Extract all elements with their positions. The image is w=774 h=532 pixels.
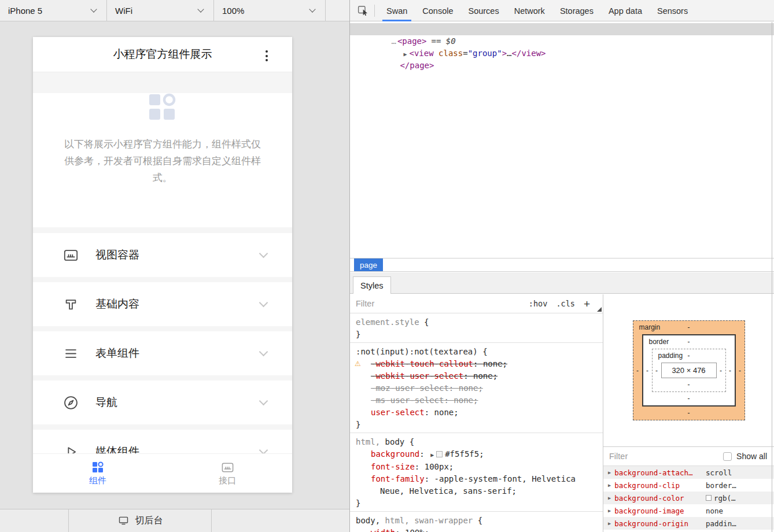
expand-arrow-icon[interactable]: ▶ bbox=[608, 495, 611, 501]
computed-property-name: background-image bbox=[614, 507, 706, 515]
css-declaration[interactable]: -webkit-user-select: none; bbox=[356, 370, 597, 382]
section-label: 基础内容 bbox=[95, 297, 260, 312]
dom-node-page-open[interactable]: …<page>== $0 bbox=[350, 23, 774, 35]
switch-background-button[interactable]: 切后台 bbox=[69, 509, 212, 532]
component-section-list: 视图容器基础内容表单组件导航媒体组件 bbox=[33, 233, 292, 474]
margin-right-value[interactable]: - bbox=[736, 367, 744, 375]
phone-preview: 小程序官方组件展示 以下将展示小程序官方组件能力，组件样式仅供参考，开发者可根据… bbox=[33, 37, 292, 493]
computed-property-row[interactable]: ▶background-attach…scroll bbox=[603, 466, 774, 479]
css-declaration[interactable]: width: 100%; bbox=[356, 527, 597, 532]
zoom-select[interactable]: 100% bbox=[214, 0, 326, 21]
devtools-tab-console[interactable]: Console bbox=[422, 0, 453, 21]
grid-logo-icon bbox=[148, 93, 177, 122]
computed-property-value: scroll bbox=[706, 468, 769, 477]
computed-property-value: rgb(… bbox=[706, 494, 769, 503]
expand-arrow-icon: ▶ bbox=[430, 452, 434, 458]
computed-property-row[interactable]: ▶background-clipborder… bbox=[603, 479, 774, 492]
box-model-area: margin- - border- - padding- bbox=[603, 294, 774, 447]
monitor-icon bbox=[117, 515, 130, 527]
margin-left-value[interactable]: - bbox=[633, 367, 642, 375]
show-all-label: Show all bbox=[736, 452, 767, 461]
computed-property-row[interactable]: ▶background-originpaddin… bbox=[603, 517, 774, 530]
css-rules-list: element.style {}:not(input):not(textarea… bbox=[350, 313, 603, 532]
toggle-hov-button[interactable]: :hov bbox=[529, 299, 548, 308]
margin-bottom-value[interactable]: - bbox=[633, 409, 744, 417]
devtools-tab-app-data[interactable]: App data bbox=[609, 0, 642, 21]
section-item[interactable]: 视图容器 bbox=[33, 233, 292, 277]
network-select-value: WiFi bbox=[115, 6, 132, 16]
padding-top-value[interactable]: - bbox=[653, 352, 725, 360]
border-left-value[interactable]: - bbox=[643, 367, 652, 375]
css-selector[interactable]: html, body { bbox=[356, 436, 597, 448]
css-selector[interactable]: :not(input):not(textarea) { bbox=[356, 346, 597, 358]
section-item[interactable]: 表单组件 bbox=[33, 331, 292, 375]
simulator-toolbar: iPhone 5 WiFi 100% bbox=[0, 0, 349, 21]
phone-tabbar: 组件接口 bbox=[33, 453, 292, 493]
devtools-tabs: SwanConsoleSourcesNetworkStoragesApp dat… bbox=[379, 0, 695, 21]
section-label: 导航 bbox=[95, 395, 260, 410]
css-declaration[interactable]: background: ▶#f5f5f5; bbox=[356, 448, 597, 461]
border-bottom-value[interactable]: - bbox=[643, 394, 735, 402]
styles-filter-row: Filter :hov .cls + bbox=[350, 294, 603, 313]
css-declaration[interactable]: -ms-user-select: none; bbox=[356, 394, 597, 407]
expand-arrow-icon[interactable]: ▶ bbox=[608, 470, 611, 475]
toggle-cls-button[interactable]: .cls bbox=[556, 299, 575, 308]
chevron-down-icon bbox=[197, 6, 204, 12]
devtools-tab-swan[interactable]: Swan bbox=[386, 0, 407, 21]
computed-property-name: background-attach… bbox=[614, 468, 706, 477]
expand-arrow-icon[interactable]: ▶ bbox=[608, 482, 611, 488]
computed-property-row[interactable]: ▶background-imagenone bbox=[603, 504, 774, 517]
show-all-checkbox[interactable] bbox=[723, 452, 732, 461]
selected-node-reference: == $0 bbox=[431, 36, 455, 46]
expand-arrow-icon[interactable]: ▶ bbox=[403, 51, 407, 57]
window-right-edge bbox=[772, 22, 772, 532]
margin-top-value[interactable]: - bbox=[633, 323, 744, 331]
form-lines-icon bbox=[63, 346, 79, 361]
color-swatch bbox=[436, 451, 443, 457]
network-select[interactable]: WiFi bbox=[107, 0, 214, 21]
kebab-menu-icon[interactable] bbox=[264, 49, 269, 62]
devtools-tab-storages[interactable]: Storages bbox=[560, 0, 594, 21]
bottom-bar-left-cell bbox=[0, 509, 69, 532]
chevron-down-icon bbox=[309, 6, 315, 12]
breadcrumb-page[interactable]: page bbox=[354, 258, 383, 271]
section-item[interactable]: 基础内容 bbox=[33, 282, 292, 326]
section-item[interactable]: 导航 bbox=[33, 380, 292, 424]
css-declaration[interactable]: font-size: 100px; bbox=[356, 461, 597, 473]
border-right-value[interactable]: - bbox=[726, 367, 735, 375]
phone-tab-apis[interactable]: 接口 bbox=[163, 454, 292, 493]
devtools-tab-sources[interactable]: Sources bbox=[468, 0, 499, 21]
devtools-tab-network[interactable]: Network bbox=[514, 0, 545, 21]
phone-tab-components[interactable]: 组件 bbox=[33, 454, 163, 493]
css-declaration[interactable]: ⚠-webkit-touch-callout: none; bbox=[356, 358, 597, 370]
compass-icon bbox=[63, 395, 79, 411]
padding-right-value[interactable]: - bbox=[717, 367, 725, 375]
css-declaration[interactable]: user-select: none; bbox=[356, 407, 597, 419]
device-select[interactable]: iPhone 5 bbox=[0, 0, 107, 21]
border-top-value[interactable]: - bbox=[643, 338, 735, 346]
computed-pane: margin- - border- - padding- bbox=[603, 294, 774, 532]
computed-property-row[interactable]: ▶background-colorrgb(… bbox=[603, 492, 774, 504]
css-rule: :not(input):not(textarea) {⚠-webkit-touc… bbox=[350, 343, 603, 433]
tab-styles[interactable]: Styles bbox=[353, 276, 391, 294]
devtools-tab-sensors[interactable]: Sensors bbox=[657, 0, 688, 21]
computed-filter-input[interactable]: Filter bbox=[609, 452, 723, 461]
chevron-down-icon bbox=[259, 249, 268, 258]
box-model-content-size[interactable]: 320 × 476 bbox=[661, 363, 717, 378]
resize-corner-icon[interactable] bbox=[597, 307, 602, 312]
expand-arrow-icon[interactable]: ▶ bbox=[608, 520, 611, 526]
styles-filter-input[interactable]: Filter bbox=[356, 299, 520, 308]
sidebar-tab-strip: Styles bbox=[350, 272, 774, 294]
hidden-nodes-ellipsis: … bbox=[391, 36, 395, 46]
padding-bottom-value[interactable]: - bbox=[653, 380, 725, 389]
devtools-panel: SwanConsoleSourcesNetworkStoragesApp dat… bbox=[349, 0, 774, 532]
expand-arrow-icon[interactable]: ▶ bbox=[608, 508, 611, 513]
css-selector[interactable]: body, html, swan-wrapper { bbox=[356, 515, 597, 527]
panel-icon bbox=[221, 461, 234, 474]
css-declaration[interactable]: -moz-user-select: none; bbox=[356, 382, 597, 394]
inspect-element-icon[interactable] bbox=[354, 2, 371, 19]
padding-left-value[interactable]: - bbox=[653, 367, 661, 375]
new-style-rule-button[interactable]: + bbox=[584, 298, 590, 309]
css-declaration[interactable]: font-family: -apple-system-font, Helveti… bbox=[356, 473, 597, 497]
css-selector[interactable]: element.style { bbox=[356, 316, 597, 328]
